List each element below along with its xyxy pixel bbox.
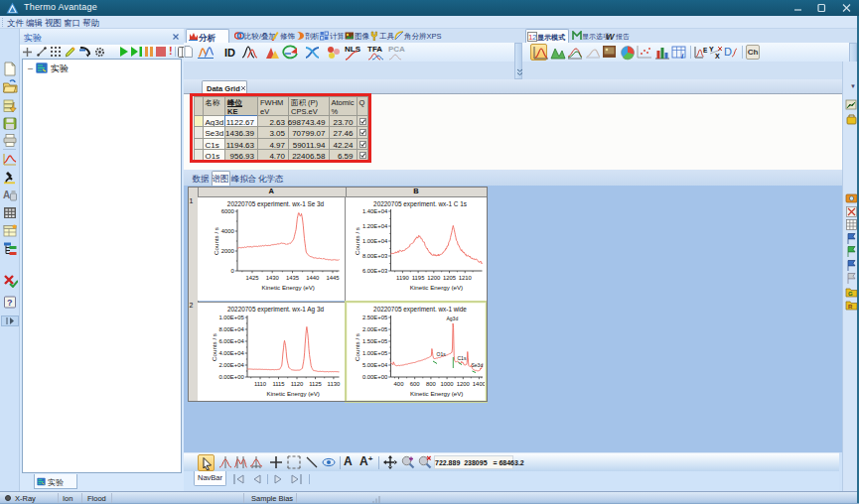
svg-text:1115: 1115 [272, 380, 285, 386]
svg-text:1205: 1205 [443, 275, 457, 281]
svg-text:E: E [703, 47, 708, 54]
svg-text:ID: ID [224, 47, 235, 59]
svg-text:4000: 4000 [221, 228, 235, 234]
svg-text:1445: 1445 [326, 275, 340, 281]
svg-text:R: R [848, 304, 853, 310]
svg-text:1130: 1130 [328, 380, 341, 386]
svg-text:1440: 1440 [306, 275, 320, 281]
svg-text:8.00E+04: 8.00E+04 [218, 326, 244, 332]
svg-text:PCA: PCA [388, 45, 405, 54]
svg-text:0.00E+00: 0.00E+00 [218, 374, 244, 380]
svg-text:Kinetic Energy (eV): Kinetic Energy (eV) [267, 390, 320, 397]
svg-text:Kinetic Energy (eV): Kinetic Energy (eV) [410, 284, 463, 291]
svg-text:1110: 1110 [254, 380, 267, 386]
svg-text:D: D [724, 46, 732, 58]
svg-text:20220705 experiment. wx-1 C 1s: 20220705 experiment. wx-1 C 1s [373, 200, 467, 208]
svg-text:2.00E+04: 2.00E+04 [218, 362, 244, 368]
svg-text:6000: 6000 [221, 208, 235, 214]
svg-text:1125: 1125 [309, 380, 322, 386]
svg-text:1210: 1210 [459, 275, 473, 281]
svg-text:20220705 experiment. wx-1 Ag 3: 20220705 experiment. wx-1 Ag 3d [227, 306, 324, 314]
svg-text:1.40E+04: 1.40E+04 [362, 208, 388, 214]
svg-text:Counts / s: Counts / s [354, 227, 360, 255]
svg-text:6.00E+03: 6.00E+03 [362, 268, 388, 274]
svg-text:A: A [3, 189, 10, 200]
svg-text:0: 0 [231, 268, 235, 274]
svg-text:1120: 1120 [291, 380, 304, 386]
svg-text:NLS: NLS [345, 45, 361, 54]
svg-text:6.00E+04: 6.00E+04 [218, 338, 244, 344]
svg-text:2000: 2000 [221, 248, 235, 254]
svg-text:1200: 1200 [427, 275, 441, 281]
svg-text:Counts / s: Counts / s [211, 333, 217, 361]
svg-text:1.20E+04: 1.20E+04 [362, 223, 388, 229]
svg-text:4.00E+04: 4.00E+04 [218, 350, 244, 356]
svg-text:?: ? [7, 298, 13, 308]
svg-text:1430: 1430 [266, 275, 280, 281]
svg-text:Kinetic Energy (eV): Kinetic Energy (eV) [262, 284, 315, 291]
svg-text:1195: 1195 [412, 275, 425, 281]
svg-text:Y: Y [709, 46, 714, 53]
svg-text:Counts / s: Counts / s [213, 227, 219, 255]
svg-text:1425: 1425 [245, 275, 259, 281]
svg-text:1435: 1435 [286, 275, 300, 281]
svg-text:1.00E+05: 1.00E+05 [218, 315, 244, 320]
svg-text:W: W [606, 32, 616, 42]
svg-text:8.00E+03: 8.00E+03 [362, 253, 388, 259]
svg-text:20220705 experiment. wx-1 Se 3: 20220705 experiment. wx-1 Se 3d [227, 200, 325, 208]
svg-text:TFA: TFA [367, 45, 382, 54]
svg-text:X: X [715, 53, 720, 60]
svg-text:G: G [848, 291, 853, 297]
svg-text:1.00E+04: 1.00E+04 [362, 238, 388, 244]
svg-text:1190: 1190 [396, 275, 409, 281]
